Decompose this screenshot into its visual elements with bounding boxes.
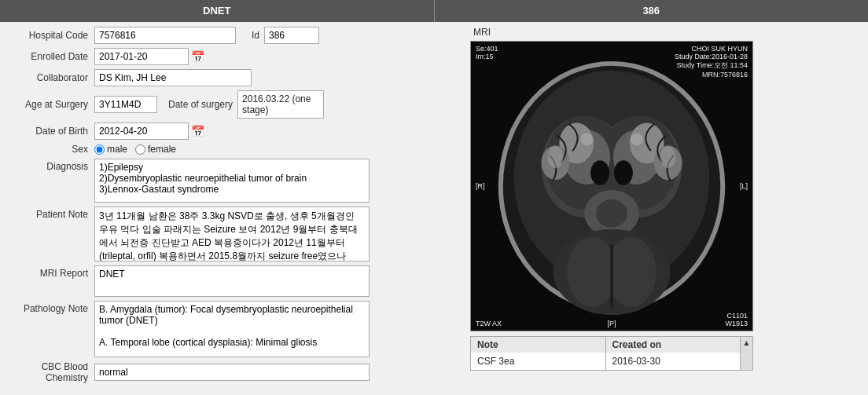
date-of-surgery-label: Date of surgery bbox=[168, 99, 233, 110]
sex-male-option[interactable]: male bbox=[94, 144, 127, 155]
note-table-header: Note Created on bbox=[470, 336, 741, 353]
mri-left-label: [L] bbox=[740, 182, 748, 190]
enrolled-date-row: Enrolled Date 📅 bbox=[8, 48, 456, 65]
mri-report-textarea[interactable] bbox=[94, 265, 370, 297]
pathology-note-textarea[interactable] bbox=[94, 301, 370, 357]
enrolled-date-label: Enrolled Date bbox=[8, 51, 94, 62]
sex-female-label: female bbox=[148, 144, 176, 155]
cbc-blood-row: CBC Blood Chemistry bbox=[8, 361, 456, 383]
hospital-code-label: Hospital Code bbox=[8, 30, 94, 41]
sex-female-radio[interactable] bbox=[135, 144, 145, 155]
right-panel: MRI bbox=[464, 22, 868, 395]
diagnosis-label: Diagnosis bbox=[8, 159, 94, 172]
mri-right-label: [R] bbox=[476, 182, 485, 190]
scrollbar-up-arrow[interactable]: ▲ bbox=[743, 337, 751, 349]
left-panel: Hospital Code Id Enrolled Date 📅 Collabo… bbox=[0, 22, 464, 395]
svg-point-22 bbox=[631, 133, 643, 145]
sex-male-radio[interactable] bbox=[94, 144, 105, 155]
mri-report-row: MRI Report bbox=[8, 265, 456, 297]
note-table-row: CSF 3ea 2016-03-30 bbox=[470, 353, 741, 371]
mri-patient-info: CHOI SUK HYUN Study Date:2016-01-28 Stud… bbox=[675, 45, 748, 79]
collaborator-row: Collaborator bbox=[8, 69, 456, 86]
svg-point-21 bbox=[580, 133, 593, 145]
svg-point-11 bbox=[614, 160, 633, 185]
collaborator-label: Collaborator bbox=[8, 72, 94, 83]
pathology-note-label: Pathology Note bbox=[8, 301, 94, 314]
date-of-birth-input[interactable] bbox=[94, 123, 189, 140]
patient-note-label: Patient Note bbox=[8, 207, 94, 220]
diagnosis-row: Diagnosis bbox=[8, 159, 456, 203]
mri-sequence-label: T2W AX bbox=[476, 320, 502, 327]
mri-posterior-label: [P] bbox=[607, 320, 616, 327]
mri-image-container: Se:401 Im:15 CHOI SUK HYUN Study Date:20… bbox=[470, 41, 753, 331]
top-bar-id: 386 bbox=[435, 0, 869, 22]
enrolled-date-calendar-icon[interactable]: 📅 bbox=[191, 50, 204, 63]
id-input[interactable] bbox=[264, 27, 319, 44]
date-of-surgery-input[interactable]: 2016.03.22 (one stage) bbox=[237, 90, 324, 119]
mri-window-info: C1101 W1913 bbox=[725, 312, 748, 327]
date-of-birth-row: Date of Birth 📅 bbox=[8, 123, 456, 140]
note-scrollbar[interactable]: ▲ bbox=[741, 336, 753, 371]
age-at-surgery-label: Age at Surgery bbox=[8, 99, 94, 110]
svg-point-10 bbox=[590, 160, 609, 185]
diagnosis-textarea[interactable] bbox=[94, 159, 370, 203]
top-bar-dnet: DNET bbox=[0, 0, 435, 22]
patient-note-textarea[interactable] bbox=[94, 207, 370, 262]
sex-female-option[interactable]: female bbox=[135, 144, 176, 155]
main-content: Hospital Code Id Enrolled Date 📅 Collabo… bbox=[0, 22, 868, 395]
svg-point-24 bbox=[660, 146, 676, 168]
note-column-header: Note bbox=[471, 337, 606, 353]
enrolled-date-input[interactable] bbox=[94, 48, 189, 65]
sex-label: Sex bbox=[8, 144, 94, 155]
note-value-cell: CSF 3ea bbox=[471, 353, 606, 370]
mri-brain-svg bbox=[471, 42, 752, 331]
sex-row: Sex male female bbox=[8, 144, 456, 155]
mri-section-label: MRI bbox=[473, 27, 862, 38]
cbc-blood-input[interactable] bbox=[94, 364, 370, 381]
top-bar: DNET 386 bbox=[0, 0, 868, 22]
svg-point-17 bbox=[596, 199, 627, 228]
created-on-column-header: Created on bbox=[606, 337, 741, 353]
date-of-birth-calendar-icon[interactable]: 📅 bbox=[191, 125, 204, 137]
svg-point-20 bbox=[606, 237, 657, 308]
note-section: Note Created on CSF 3ea 2016-03-30 ▲ bbox=[470, 336, 753, 371]
id-label: Id bbox=[252, 30, 259, 41]
sex-male-label: male bbox=[107, 144, 127, 155]
cbc-blood-label: CBC Blood Chemistry bbox=[8, 361, 94, 383]
created-on-value-cell: 2016-03-30 bbox=[606, 353, 741, 370]
pathology-note-row: Pathology Note bbox=[8, 301, 456, 357]
sex-radio-group: male female bbox=[94, 144, 176, 155]
age-at-surgery-input[interactable] bbox=[94, 96, 157, 113]
hospital-code-input[interactable] bbox=[94, 27, 236, 44]
collaborator-input[interactable] bbox=[94, 69, 252, 86]
age-surgery-row: Age at Surgery Date of surgery 2016.03.2… bbox=[8, 90, 456, 119]
mri-series-info: Se:401 Im:15 bbox=[476, 45, 498, 60]
mri-report-label: MRI Report bbox=[8, 265, 94, 279]
patient-note-row: Patient Note bbox=[8, 207, 456, 262]
date-of-birth-label: Date of Birth bbox=[8, 126, 94, 137]
hospital-code-row: Hospital Code Id bbox=[8, 27, 456, 44]
svg-point-23 bbox=[547, 146, 563, 168]
